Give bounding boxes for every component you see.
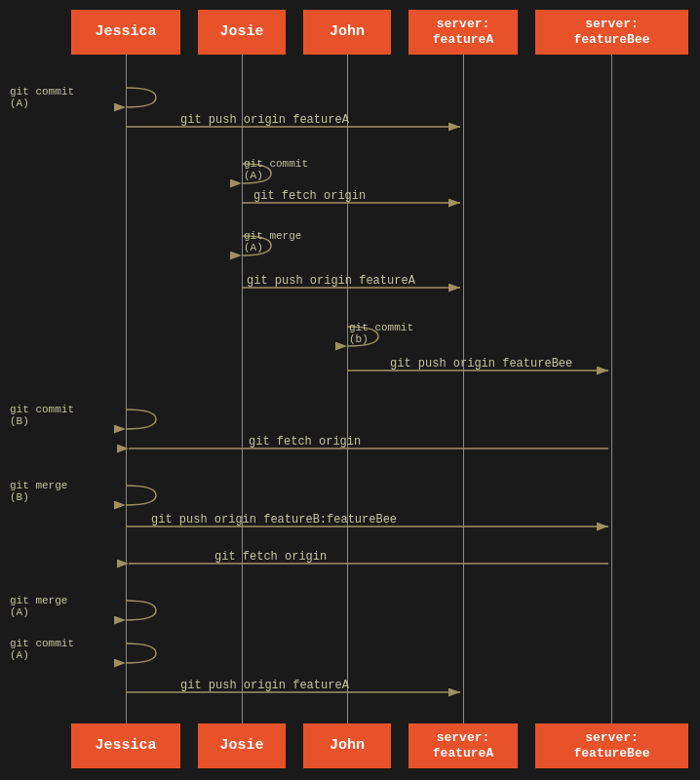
msg-git-merge-A-jessica: git merge(A) — [10, 595, 67, 618]
msg-git-fetch-origin-1: git fetch origin — [253, 189, 366, 203]
msg-git-merge-A-josie: git merge(A) — [244, 230, 301, 254]
msg-git-commit-A-jessica: git commit(A) — [10, 86, 74, 109]
lifeline-josie — [242, 54, 243, 726]
actor-josie: Josie — [198, 10, 286, 55]
lifeline-featureA — [463, 54, 464, 726]
actor-featureBee: server:featureBee — [535, 10, 688, 55]
msg-git-merge-B-jessica: git merge(B) — [10, 480, 67, 503]
lifeline-john — [347, 54, 348, 726]
sequence-diagram: Jessica Josie John server:featureA serve… — [0, 0, 700, 780]
msg-git-commit-A-jessica-2: git commit(A) — [10, 638, 74, 661]
actor-featureBee-bottom: server:featureBee — [535, 723, 688, 768]
msg-git-push-featureBee: git push origin featureBee — [390, 357, 572, 370]
msg-git-push-featureA-3: git push origin featureA — [180, 679, 349, 692]
msg-git-push-featureB-featureBee: git push origin featureB:featureBee — [151, 513, 397, 526]
msg-git-commit-B-jessica: git commit(B) — [10, 404, 74, 427]
msg-git-fetch-origin-3: git fetch origin — [214, 550, 327, 564]
msg-git-fetch-origin-2: git fetch origin — [249, 435, 361, 448]
msg-git-push-featureA-1: git push origin featureA — [180, 113, 349, 127]
actor-jessica: Jessica — [71, 10, 180, 55]
lifeline-jessica — [126, 54, 127, 726]
actor-featureA-bottom: server:featureA — [408, 723, 518, 768]
msg-git-commit-A-josie: git commit(A) — [244, 158, 308, 181]
arrows-svg — [0, 0, 700, 780]
actor-john: John — [303, 10, 391, 55]
msg-git-push-featureA-2: git push origin featureA — [247, 274, 415, 288]
actor-josie-bottom: Josie — [198, 723, 286, 768]
actor-john-bottom: John — [303, 723, 391, 768]
actor-jessica-bottom: Jessica — [71, 723, 180, 768]
lifeline-featureBee — [611, 54, 612, 726]
actor-featureA: server:featureA — [408, 10, 518, 55]
msg-git-commit-b-john: git commit(b) — [349, 322, 413, 345]
